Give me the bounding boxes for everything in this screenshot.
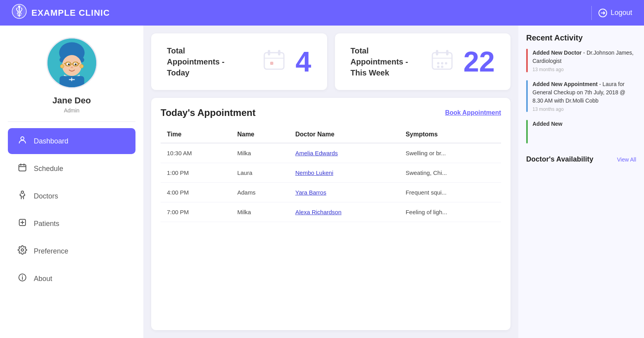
activity-item: Added New: [526, 120, 636, 143]
table-cell: Swelling or br...: [399, 143, 501, 163]
sidebar-item-schedule[interactable]: Schedule: [8, 156, 135, 182]
sidebar-item-label-about: About: [34, 275, 52, 283]
stat-today-label: Total Appointments - Today: [167, 45, 238, 78]
sidebar-item-doctors[interactable]: Doctors: [8, 183, 135, 209]
svg-rect-22: [71, 77, 72, 81]
sidebar-item-about[interactable]: About: [8, 266, 135, 292]
header-right: Logout: [591, 6, 632, 20]
activity-text: Added New Doctor - Dr.Johnson James, Car…: [532, 49, 636, 65]
activity-text: Added New Appointment - Laura for Genera…: [532, 80, 636, 105]
view-all-link[interactable]: View All: [617, 156, 636, 163]
header-divider: [591, 6, 592, 20]
sidebar-item-patients[interactable]: Patients: [8, 211, 135, 237]
stat-today-right: 4: [262, 48, 311, 76]
doctor-name-link[interactable]: Alexa Richardson: [295, 209, 342, 215]
table-cell[interactable]: Amelia Edwards: [289, 143, 399, 163]
main-content: Total Appointments - Today 4: [143, 26, 518, 338]
svg-rect-42: [436, 50, 438, 55]
sidebar-item-preference[interactable]: Preference: [8, 238, 135, 264]
logout-label: Logout: [611, 9, 632, 17]
clinic-logo-icon: [12, 4, 27, 22]
svg-point-2: [18, 6, 20, 8]
table-row: 7:00 PMMilkaAlexa RichardsonFeeling of l…: [161, 202, 501, 222]
table-cell: 1:00 PM: [161, 163, 231, 183]
svg-point-48: [437, 66, 439, 68]
table-cell: Milka: [231, 202, 289, 222]
svg-rect-37: [268, 50, 270, 55]
main-layout: Jane Deo Admin DashboardScheduleDoctorsP…: [0, 26, 644, 338]
stat-week-label: Total Appointments - This Week: [351, 45, 421, 78]
svg-rect-38: [278, 50, 280, 55]
activity-item: Added New Doctor - Dr.Johnson James, Car…: [526, 49, 636, 72]
stat-today-icon: [262, 48, 286, 76]
recent-activity-title: Recent Activity: [526, 33, 636, 42]
doctor-availability-header: Doctor's Availability View All: [526, 155, 636, 163]
clinic-logo: EXAMPLE CLINIC: [12, 4, 110, 22]
svg-point-18: [60, 64, 64, 68]
table-cell: Adams: [231, 183, 289, 202]
sidebar-item-dashboard[interactable]: Dashboard: [8, 128, 135, 154]
svg-point-23: [21, 137, 24, 140]
stats-row: Total Appointments - Today 4: [151, 33, 510, 90]
sidebar-item-label-dashboard: Dashboard: [34, 137, 68, 145]
activity-bar: [526, 49, 528, 72]
logout-button[interactable]: Logout: [598, 8, 632, 18]
appointments-table: TimeNameDoctor NameSymptoms 10:30 AMMilk…: [161, 126, 501, 222]
table-cell: 7:00 PM: [161, 202, 231, 222]
doctor-name-link[interactable]: Yara Barros: [295, 189, 326, 196]
logout-icon: [598, 8, 607, 18]
table-cell: Frequent squi...: [399, 183, 501, 202]
table-cell[interactable]: Yara Barros: [289, 183, 399, 202]
appointments-table-head: TimeNameDoctor NameSymptoms: [161, 126, 501, 143]
activity-time: 13 months ago: [532, 107, 636, 112]
svg-point-32: [21, 249, 24, 251]
table-cell: Sweating, Chi...: [399, 163, 501, 183]
svg-rect-24: [19, 165, 26, 171]
preference-icon: [17, 245, 27, 257]
svg-point-10: [68, 63, 70, 65]
sidebar-item-label-doctors: Doctors: [34, 192, 58, 200]
doctor-name-link[interactable]: Amelia Edwards: [295, 150, 338, 156]
table-header-doctor-name: Doctor Name: [289, 126, 399, 143]
sidebar-item-label-patients: Patients: [34, 220, 59, 228]
book-appointment-button[interactable]: Book Appointment: [445, 109, 501, 116]
table-cell: 4:00 PM: [161, 183, 231, 202]
appointments-title: Today's Appointment: [161, 107, 256, 118]
patients-icon: [17, 218, 27, 230]
svg-point-49: [441, 66, 443, 68]
sidebar-item-label-preference: Preference: [34, 247, 68, 255]
stat-card-today: Total Appointments - Today 4: [151, 33, 327, 90]
right-panel: Recent Activity Added New Doctor - Dr.Jo…: [518, 26, 644, 338]
sidebar: Jane Deo Admin DashboardScheduleDoctorsP…: [0, 26, 143, 338]
svg-point-11: [75, 63, 77, 65]
table-row: 1:00 PMLauraNembo LukeniSweating, Chi...: [161, 163, 501, 183]
stat-today-number: 4: [295, 48, 311, 76]
user-role: Admin: [64, 107, 80, 114]
appointments-table-body: 10:30 AMMilkaAmelia EdwardsSwelling or b…: [161, 143, 501, 222]
stat-week-icon: [430, 48, 454, 76]
avatar-image: [48, 37, 96, 88]
appointments-section: Today's Appointment Book Appointment Tim…: [151, 98, 510, 330]
activity-bar: [526, 80, 528, 112]
svg-point-45: [437, 62, 439, 64]
app-header: EXAMPLE CLINIC Logout: [0, 0, 644, 26]
svg-point-46: [441, 62, 443, 64]
doctors-icon: [17, 190, 27, 202]
appointments-header: Today's Appointment Book Appointment: [161, 107, 501, 118]
activity-item: Added New Appointment - Laura for Genera…: [526, 80, 636, 112]
table-cell: Feeling of ligh...: [399, 202, 501, 222]
svg-point-35: [22, 276, 23, 276]
stat-week-number: 22: [463, 48, 495, 76]
activity-time: 13 months ago: [532, 67, 636, 72]
doctor-availability-title: Doctor's Availability: [526, 155, 593, 163]
avatar: [46, 37, 97, 88]
stat-card-week: Total Appointments - This Week: [335, 33, 511, 90]
table-cell: 10:30 AM: [161, 143, 231, 163]
table-cell[interactable]: Nembo Lukeni: [289, 163, 399, 183]
svg-rect-43: [446, 50, 448, 55]
clinic-name: EXAMPLE CLINIC: [31, 8, 110, 18]
activity-list: Added New Doctor - Dr.Johnson James, Car…: [526, 49, 636, 151]
table-cell: Laura: [231, 163, 289, 183]
doctor-name-link[interactable]: Nembo Lukeni: [295, 169, 333, 176]
table-cell[interactable]: Alexa Richardson: [289, 202, 399, 222]
